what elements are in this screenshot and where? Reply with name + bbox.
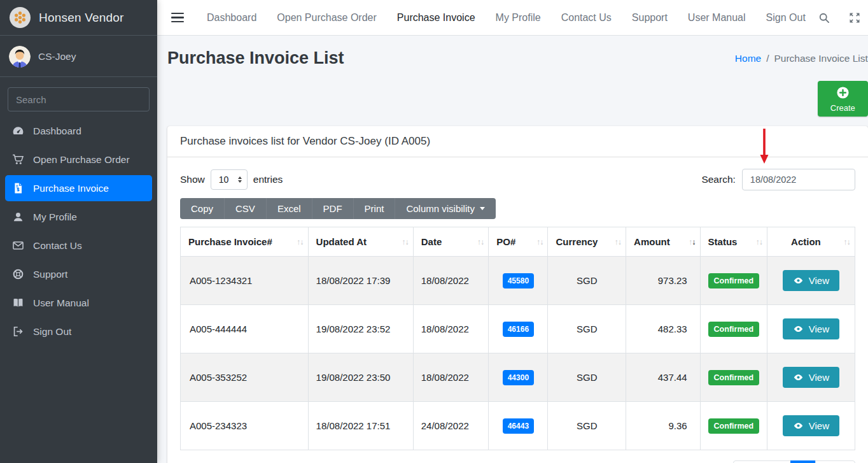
- table-search-input[interactable]: [742, 169, 855, 190]
- sort-icon: ↑↓: [615, 238, 622, 246]
- cell-date: 24/08/2022: [413, 402, 489, 450]
- sidebar-item-my-profile[interactable]: My Profile: [5, 204, 152, 230]
- eye-icon: [793, 420, 804, 431]
- topnav-sign-out[interactable]: Sign Out: [757, 12, 815, 24]
- create-button-label: Create: [830, 103, 855, 113]
- po-badge[interactable]: 44300: [503, 370, 534, 385]
- sidebar-item-dashboard[interactable]: Dashboard: [5, 118, 152, 144]
- create-button[interactable]: Create: [818, 81, 868, 117]
- cell-action: View: [767, 257, 855, 305]
- user-icon: [11, 210, 25, 224]
- po-badge[interactable]: 46443: [503, 418, 534, 434]
- dashboard-icon: [11, 124, 25, 138]
- po-badge[interactable]: 46166: [503, 322, 534, 337]
- sidebar-nav: Dashboard Open Purchase Order Purchase I…: [0, 118, 157, 345]
- column-visibility-button[interactable]: Column visibility: [395, 198, 496, 219]
- cell-date: 18/08/2022: [413, 353, 489, 402]
- copy-button[interactable]: Copy: [180, 198, 225, 219]
- entries-select[interactable]: 10: [211, 169, 248, 190]
- view-button-label: View: [809, 324, 829, 334]
- pdf-button[interactable]: PDF: [312, 198, 354, 219]
- table-search-control: Search:: [701, 169, 855, 190]
- sidebar-search: [8, 87, 150, 111]
- topnav-my-profile[interactable]: My Profile: [487, 12, 550, 24]
- print-button[interactable]: Print: [354, 198, 396, 219]
- column-header-po[interactable]: PO#↑↓: [489, 227, 548, 257]
- column-header-currency[interactable]: Currency↑↓: [548, 227, 626, 257]
- column-header-amount[interactable]: Amount↑↓: [626, 227, 701, 257]
- breadcrumb: Home / Purchase Invoice List: [735, 53, 868, 64]
- user-avatar: [9, 46, 31, 68]
- sign-out-icon: [11, 325, 25, 338]
- show-label: Show: [180, 174, 205, 185]
- cell-invoice: A005-1234321: [181, 257, 309, 305]
- cell-invoice: A005-353252: [181, 353, 309, 402]
- column-header-date[interactable]: Date↑↓: [413, 227, 489, 257]
- sidebar-search-input[interactable]: [8, 88, 150, 111]
- sidebar-item-contact-us[interactable]: Contact Us: [5, 232, 152, 259]
- sidebar-item-support[interactable]: Support: [5, 261, 152, 287]
- envelope-icon: [11, 239, 25, 252]
- sidebar-item-sign-out[interactable]: Sign Out: [5, 318, 152, 345]
- cell-amount: 973.23: [626, 257, 701, 305]
- cell-date: 18/08/2022: [413, 257, 489, 305]
- topnav-user-manual[interactable]: User Manual: [679, 12, 755, 24]
- cell-amount: 9.36: [626, 402, 701, 450]
- cell-action: View: [767, 305, 855, 353]
- fullscreen-icon[interactable]: [848, 11, 862, 25]
- topnav-open-purchase-order[interactable]: Open Purchase Order: [268, 12, 386, 24]
- cell-amount: 482.33: [626, 305, 701, 353]
- sidebar-item-label: Open Purchase Order: [33, 154, 130, 166]
- sidebar-item-purchase-invoice[interactable]: Purchase Invoice: [5, 175, 152, 201]
- view-button[interactable]: View: [783, 367, 839, 388]
- cell-status: Confirmed: [700, 353, 767, 402]
- sidebar-item-label: User Manual: [33, 297, 89, 309]
- search-label: Search:: [701, 174, 735, 185]
- topnav-purchase-invoice[interactable]: Purchase Invoice: [388, 12, 484, 24]
- topnav-support[interactable]: Support: [623, 12, 676, 24]
- entries-select-value: 10: [219, 175, 229, 185]
- cell-action: View: [767, 402, 855, 450]
- table-row: A005-444444 19/08/2022 23:52 18/08/2022 …: [181, 305, 855, 353]
- view-button[interactable]: View: [783, 270, 839, 291]
- column-header-updated-at[interactable]: Updated At↑↓: [308, 227, 413, 257]
- table-footer: Showing 1 to 4 of 4 entries (filtered fr…: [180, 450, 855, 463]
- sort-icon: ↑↓: [536, 238, 543, 246]
- navbar-search-icon[interactable]: [817, 11, 831, 25]
- sort-icon: ↑↓: [843, 238, 850, 246]
- view-button[interactable]: View: [783, 318, 839, 339]
- column-header-purchase-invoice[interactable]: Purchase Invoice#↑↓: [181, 227, 309, 257]
- sort-icon: ↑↓: [297, 238, 304, 246]
- pagination-next[interactable]: Next: [815, 460, 855, 463]
- create-row: Create: [157, 72, 868, 117]
- hamburger-menu-icon[interactable]: [171, 13, 184, 23]
- topnav-dashboard[interactable]: Dashboard: [198, 12, 265, 24]
- breadcrumb-home-link[interactable]: Home: [735, 53, 761, 64]
- cell-updated-at: 19/08/2022 23:52: [308, 305, 413, 353]
- table-header-row: Purchase Invoice#↑↓ Updated At↑↓ Date↑↓ …: [181, 227, 855, 257]
- brand[interactable]: Honsen Vendor: [0, 0, 157, 36]
- pagination-page-1[interactable]: 1: [790, 460, 816, 463]
- cell-date: 18/08/2022: [413, 305, 489, 353]
- pagination-previous[interactable]: Previous: [733, 460, 790, 463]
- breadcrumb-separator: /: [766, 53, 769, 64]
- select-arrows-icon: [238, 176, 242, 183]
- eye-icon: [793, 275, 804, 286]
- column-header-status[interactable]: Status↑↓: [700, 227, 767, 257]
- csv-button[interactable]: CSV: [225, 198, 267, 219]
- view-button[interactable]: View: [783, 415, 839, 436]
- pagination: Previous 1 Next: [733, 460, 855, 463]
- caret-down-icon: [480, 207, 485, 210]
- sidebar-item-open-purchase-order[interactable]: Open Purchase Order: [5, 146, 152, 173]
- topnav-contact-us[interactable]: Contact Us: [552, 12, 620, 24]
- user-panel[interactable]: CS-Joey: [0, 36, 157, 77]
- eye-icon: [793, 372, 804, 383]
- cell-currency: SGD: [548, 402, 626, 450]
- po-badge[interactable]: 45580: [503, 273, 534, 288]
- column-header-action[interactable]: Action↑↓: [767, 227, 855, 257]
- excel-button[interactable]: Excel: [267, 198, 312, 219]
- cell-updated-at: 19/08/2022 23:50: [308, 353, 413, 402]
- sidebar-item-user-manual[interactable]: User Manual: [5, 290, 152, 316]
- breadcrumb-current: Purchase Invoice List: [774, 53, 868, 64]
- cell-updated-at: 18/08/2022 17:39: [308, 257, 413, 305]
